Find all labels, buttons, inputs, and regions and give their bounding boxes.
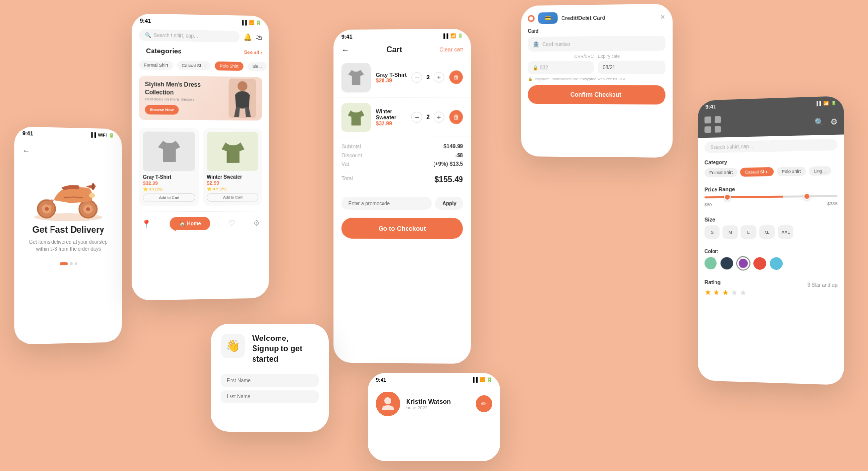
size-s[interactable]: S xyxy=(704,225,719,239)
size-xxl[interactable]: XXL xyxy=(778,225,793,239)
cart-item-name-1: Gray T-Shirt xyxy=(376,72,407,78)
filter-cat-casual[interactable]: Casual Shirt xyxy=(740,167,774,177)
add-to-cart-gray-tshirt[interactable]: Add to Cart xyxy=(143,193,195,202)
card-number-field[interactable]: 🏦 Card number xyxy=(528,36,665,52)
svg-rect-7 xyxy=(92,183,94,190)
rating-sublabel: 3 Star and up xyxy=(807,282,837,288)
cat-sleeve[interactable]: Sle... xyxy=(247,62,267,71)
ssl-note: 🔒 Payment informations are encrypted wit… xyxy=(528,77,665,81)
clear-cart-button[interactable]: Clear cart xyxy=(439,46,463,52)
category-tabs: Formal Shirt Casual Shirt Polo Shirt Sle… xyxy=(132,58,269,73)
add-to-cart-winter-sweater[interactable]: Add to Cart xyxy=(207,193,258,201)
svg-point-9 xyxy=(237,81,247,91)
price-range-slider[interactable]: $80 $338 xyxy=(704,195,837,207)
size-m[interactable]: M xyxy=(722,225,738,239)
confirm-checkout-button[interactable]: Confirm Checkout xyxy=(528,85,665,105)
price-min-label: $80 xyxy=(704,202,712,207)
heart-icon[interactable]: ♡ xyxy=(229,218,235,228)
cat-polo[interactable]: Polo Shirt xyxy=(215,61,244,71)
color-navy[interactable] xyxy=(721,257,733,270)
last-name-input[interactable] xyxy=(221,390,319,403)
filter-search-icon[interactable]: 🔍 xyxy=(815,117,824,127)
close-payment-button[interactable]: ✕ xyxy=(660,13,665,21)
promo-input[interactable] xyxy=(341,197,432,210)
card-section-label: Card xyxy=(528,27,665,34)
profile-name: Kristin Watson xyxy=(406,398,451,405)
rating-stars-display[interactable]: ★ ★ ★ ★ ★ xyxy=(704,288,837,299)
star-5: ★ xyxy=(740,288,746,297)
svg-point-3 xyxy=(45,207,49,211)
payment-radio[interactable] xyxy=(528,15,535,22)
notification-icon[interactable]: 🔔 xyxy=(243,33,252,41)
checkout-button[interactable]: Go to Checkout xyxy=(341,218,463,239)
subtotal-label: Subtotal xyxy=(341,143,361,149)
qty-decrease-2[interactable]: − xyxy=(411,112,422,123)
home-nav-button[interactable]: 🏠 Home xyxy=(169,217,210,231)
size-l[interactable]: L xyxy=(741,225,757,239)
signup-title: Welcome, Signup to get started xyxy=(252,334,319,364)
cart-title: Cart xyxy=(386,45,402,54)
profile-content: Kristin Watson since 2022 ✏ xyxy=(368,385,500,423)
filter-settings-icon[interactable]: ⚙ xyxy=(830,117,837,127)
cat-formal[interactable]: Formal Shirt xyxy=(139,60,173,70)
see-all-link[interactable]: See all › xyxy=(244,50,262,55)
search-box[interactable]: 🔍 Search t-shirt, cap... xyxy=(139,29,239,42)
cvv-field[interactable]: 🔒 832 xyxy=(528,61,594,74)
total-label: Total xyxy=(341,175,353,184)
price-range-label: Price Range xyxy=(704,185,837,192)
product-card-winter-sweater[interactable]: Winter Sweater $2.99 ⭐ 4.5 (29) Add to C… xyxy=(203,128,262,206)
color-filter-section: Color: xyxy=(698,246,844,273)
delete-item-2[interactable]: 🗑 xyxy=(449,110,463,124)
status-time-cart: 9:41 xyxy=(341,34,352,40)
lock-ssl-icon: 🔒 xyxy=(528,77,533,81)
qty-decrease-1[interactable]: − xyxy=(411,72,422,83)
star-1: ★ xyxy=(704,288,711,297)
cart-item-name-2: Winter Sweater xyxy=(376,108,407,120)
color-blue[interactable] xyxy=(770,257,783,270)
banner-title: Stylish Men's Dress Collection xyxy=(145,81,228,97)
rating-label: Rating xyxy=(704,279,720,285)
cat-casual[interactable]: Casual Shirt xyxy=(177,61,211,70)
qty-increase-2[interactable]: + xyxy=(434,112,444,123)
color-teal[interactable] xyxy=(704,257,716,270)
bag-icon[interactable]: 🛍 xyxy=(255,33,262,41)
filter-category-list: Formal Shirt Casual Shirt Polo Shirt Lin… xyxy=(704,166,837,177)
size-xl[interactable]: XL xyxy=(759,225,775,239)
color-label: Color: xyxy=(704,249,837,255)
location-icon[interactable]: 📍 xyxy=(141,219,151,229)
status-time-profile: 9:41 xyxy=(376,377,386,383)
back-button-cart[interactable]: ← xyxy=(341,46,349,54)
banner-person-illustration xyxy=(228,79,256,118)
color-red[interactable] xyxy=(753,257,766,270)
price-min-thumb[interactable] xyxy=(724,194,731,201)
filter-cat-ling[interactable]: Ling... xyxy=(809,166,831,176)
status-time-filter: 9:41 xyxy=(705,104,715,109)
expiry-field[interactable]: 08/24 xyxy=(598,60,665,74)
bottom-nav: 📍 🏠 Home ♡ ⚙ xyxy=(132,211,269,236)
screen-filter: 9:41 ▐▐📶🔋 🔍 ⚙ Search t-shirt, cap... Cat… xyxy=(698,96,844,385)
cvv-value: 832 xyxy=(540,65,548,70)
first-name-input[interactable] xyxy=(221,374,319,387)
product-card-gray-tshirt[interactable]: Gray T-Shirt $32.99 ⭐ 4.5 (29) Add to Ca… xyxy=(139,128,199,206)
settings-icon[interactable]: ⚙ xyxy=(254,218,260,228)
search-icon: 🔍 xyxy=(145,32,151,38)
status-icons-shop: ▐▐📶🔋 xyxy=(241,20,261,25)
qty-increase-1[interactable]: + xyxy=(434,72,444,83)
color-purple[interactable] xyxy=(737,257,750,270)
back-button-delivery[interactable]: ← xyxy=(22,146,30,155)
filter-cat-polo[interactable]: Polo Shirt xyxy=(777,167,806,176)
delete-item-1[interactable]: 🗑 xyxy=(449,70,463,84)
filter-search-placeholder: Search t-shirt, cap... xyxy=(710,144,753,150)
cart-item-info-1: Gray T-Shirt $28.39 xyxy=(376,72,407,83)
filter-top-icons: 🔍 ⚙ xyxy=(698,108,844,138)
browse-now-button[interactable]: Browse Now xyxy=(145,105,179,115)
profile-edit-button[interactable]: ✏ xyxy=(476,395,492,412)
product-img-winter-sweater xyxy=(207,132,258,171)
price-max-thumb[interactable] xyxy=(803,193,810,200)
apply-promo-button[interactable]: Apply xyxy=(435,197,463,210)
filter-cat-formal[interactable]: Formal Shirt xyxy=(704,168,737,177)
subtotal-value: $149.99 xyxy=(443,143,463,149)
search-placeholder: Search t-shirt, cap... xyxy=(154,32,198,38)
categories-label: Categories xyxy=(139,45,188,57)
filter-search-box[interactable]: Search t-shirt, cap... xyxy=(704,139,837,153)
